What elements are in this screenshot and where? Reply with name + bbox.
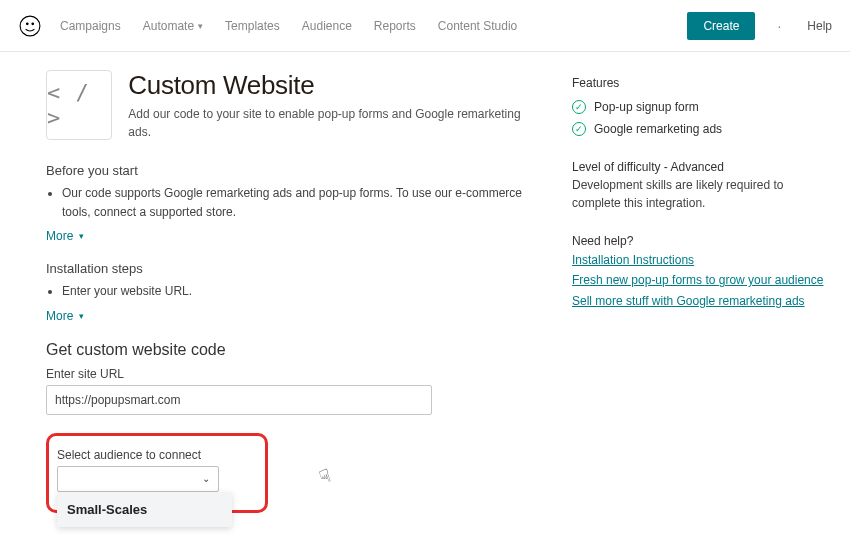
- page-subtitle: Add our code to your site to enable pop-…: [128, 105, 524, 141]
- nav-campaigns[interactable]: Campaigns: [60, 19, 121, 33]
- installation-title: Installation steps: [46, 261, 524, 276]
- check-icon: ✓: [572, 100, 586, 114]
- help-link[interactable]: Help: [807, 19, 832, 33]
- svg-point-1: [26, 22, 29, 25]
- help-title: Need help?: [572, 232, 832, 250]
- select-audience-label: Select audience to connect: [57, 448, 255, 462]
- check-icon: ✓: [572, 122, 586, 136]
- installation-bullet: Enter your website URL.: [62, 282, 524, 301]
- url-label: Enter site URL: [46, 367, 524, 381]
- audience-dropdown: Small-Scales: [57, 492, 232, 527]
- installation-more[interactable]: More▾: [46, 309, 84, 323]
- audience-select[interactable]: ⌄: [57, 466, 219, 492]
- feature-row: ✓ Google remarketing ads: [572, 120, 832, 138]
- feature-row: ✓ Pop-up signup form: [572, 98, 832, 116]
- features-title: Features: [572, 74, 832, 92]
- feature-label: Google remarketing ads: [594, 120, 722, 138]
- nav-reports[interactable]: Reports: [374, 19, 416, 33]
- nav-audience[interactable]: Audience: [302, 19, 352, 33]
- nav-templates[interactable]: Templates: [225, 19, 280, 33]
- more-label: More: [46, 229, 73, 243]
- profile-menu[interactable]: ·: [777, 18, 781, 34]
- chevron-down-icon: ▾: [79, 311, 84, 321]
- page-title: Custom Website: [128, 70, 524, 101]
- svg-point-0: [20, 16, 40, 36]
- logo[interactable]: [18, 14, 42, 38]
- chevron-down-icon: ▾: [79, 231, 84, 241]
- create-button[interactable]: Create: [687, 12, 755, 40]
- get-code-heading: Get custom website code: [46, 341, 524, 359]
- audience-option-small-scales[interactable]: Small-Scales: [57, 492, 232, 527]
- help-link-popup-forms[interactable]: Fresh new pop-up forms to grow your audi…: [572, 270, 832, 290]
- chevron-down-icon: ▾: [198, 21, 203, 31]
- before-start-title: Before you start: [46, 163, 524, 178]
- before-start-more[interactable]: More▾: [46, 229, 84, 243]
- highlight-box: Select audience to connect ⌄ Small-Scale…: [46, 433, 268, 513]
- nav-links: Campaigns Automate▾ Templates Audience R…: [60, 19, 517, 33]
- site-url-input[interactable]: [46, 385, 432, 415]
- help-link-instructions[interactable]: Installation Instructions: [572, 250, 832, 270]
- svg-point-2: [31, 22, 34, 25]
- more-label: More: [46, 309, 73, 323]
- nav-content-studio[interactable]: Content Studio: [438, 19, 517, 33]
- chevron-down-icon: ⌄: [202, 473, 210, 484]
- before-start-bullet: Our code supports Google remarketing ads…: [62, 184, 524, 221]
- difficulty-label: Level of difficulty - Advanced: [572, 158, 832, 176]
- nav-automate[interactable]: Automate▾: [143, 19, 203, 33]
- difficulty-body: Development skills are likely required t…: [572, 176, 832, 212]
- help-link-remarketing[interactable]: Sell more stuff with Google remarketing …: [572, 291, 832, 311]
- top-nav: Campaigns Automate▾ Templates Audience R…: [0, 0, 850, 52]
- feature-label: Pop-up signup form: [594, 98, 699, 116]
- code-icon: < / >: [46, 70, 112, 140]
- nav-automate-label: Automate: [143, 19, 194, 33]
